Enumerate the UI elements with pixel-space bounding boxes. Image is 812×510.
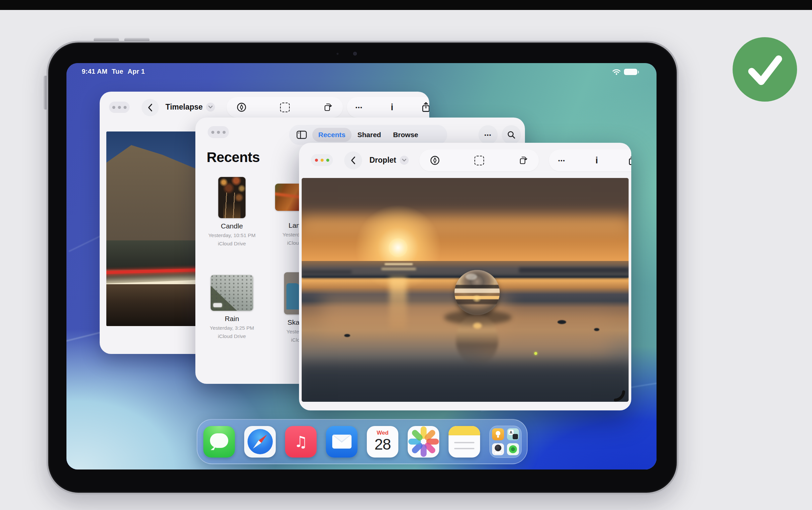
window-controls-active[interactable] <box>311 154 333 166</box>
rotate-button[interactable] <box>518 155 528 166</box>
window-controls-inactive[interactable] <box>109 101 129 113</box>
minimize-window-dot[interactable] <box>321 159 324 162</box>
pebble <box>594 328 599 331</box>
title-chevron-button[interactable] <box>400 156 409 165</box>
file-name: Candle <box>199 222 265 230</box>
more-button[interactable]: ••• <box>355 105 363 110</box>
window-dot <box>211 131 214 134</box>
chevron-down-icon <box>208 106 213 109</box>
share-button[interactable] <box>421 102 429 113</box>
back-button[interactable] <box>344 151 362 169</box>
pebble <box>557 320 566 324</box>
tips-app-icon[interactable] <box>492 428 504 440</box>
file-thumbnail[interactable] <box>218 177 245 218</box>
more-button[interactable]: ••• <box>478 125 498 144</box>
compass-needle-icon <box>252 433 268 450</box>
share-icon <box>628 155 631 166</box>
document-title-menu[interactable]: Droplet <box>370 156 409 165</box>
foreground-shadow <box>302 363 629 402</box>
status-indicators <box>612 68 637 76</box>
dock-app-photos[interactable] <box>408 426 439 457</box>
file-modified: Yesterday, 3:25 PM <box>199 325 265 331</box>
file-thumbnail[interactable] <box>211 275 253 311</box>
more-button[interactable]: ••• <box>558 158 566 163</box>
sphere-sun-spot <box>472 295 482 302</box>
screenshot-canvas: 9:41 AM Tue Apr 1 <box>0 0 812 510</box>
window-controls-inactive[interactable] <box>208 126 229 138</box>
back-button[interactable] <box>142 99 159 116</box>
markup-pen-icon <box>237 102 246 112</box>
document-title-menu[interactable]: Timelapse <box>166 102 215 112</box>
file-item-candle[interactable]: Candle Yesterday, 10:51 PM iCloud Drive <box>199 177 265 247</box>
lens-base <box>494 451 502 454</box>
ipad-screen: 9:41 AM Tue Apr 1 <box>66 63 657 470</box>
file-modified: Yesterday, 10:51 PM <box>199 233 265 238</box>
window-title: Droplet <box>370 156 396 165</box>
ipad-device-frame: 9:41 AM Tue Apr 1 <box>47 41 678 494</box>
search-button[interactable] <box>502 125 521 144</box>
select-button[interactable] <box>280 102 290 112</box>
messages-bubble-icon <box>210 433 228 448</box>
sidebar-toggle-button[interactable] <box>296 130 307 139</box>
wifi-icon <box>612 68 621 76</box>
file-location: iCloud Drive <box>199 333 265 339</box>
mail-envelope-icon <box>332 434 351 449</box>
window-dot <box>124 106 126 109</box>
fitness-app-icon[interactable] <box>507 443 519 455</box>
tab-recents[interactable]: Recents <box>312 128 351 142</box>
sun-sparkle <box>381 268 416 270</box>
ellipsis-icon: ••• <box>355 105 363 110</box>
dock-app-mail[interactable] <box>326 426 357 457</box>
info-icon: i <box>391 103 394 112</box>
activity-ring-icon <box>509 445 517 453</box>
window-droplet: Droplet <box>299 143 631 410</box>
status-date: Apr 1 <box>127 68 145 76</box>
tab-shared[interactable]: Shared <box>351 128 387 142</box>
window-title: Timelapse <box>166 102 203 112</box>
sphere-reflection-sun-spot <box>473 323 482 329</box>
chevron-left-icon <box>147 103 153 112</box>
calendar-day: 28 <box>374 435 391 453</box>
letterbox-bar <box>0 0 812 10</box>
markup-button[interactable] <box>430 155 440 166</box>
markup-button[interactable] <box>237 102 246 112</box>
status-datetime: 9:41 AM Tue Apr 1 <box>82 68 145 76</box>
translate-app-icon[interactable]: A <box>507 428 519 440</box>
info-icon: i <box>596 156 598 165</box>
rotate-icon <box>323 102 333 112</box>
battery-full-icon <box>624 69 637 75</box>
dashed-select-icon <box>474 156 484 166</box>
magnifier-app-icon[interactable] <box>492 443 504 455</box>
close-window-dot[interactable] <box>315 159 318 162</box>
share-button[interactable] <box>628 155 631 166</box>
dashed-select-icon <box>280 102 290 112</box>
droplet-photo <box>302 178 629 402</box>
title-chevron-button[interactable] <box>206 102 215 112</box>
dock-app-messages[interactable] <box>203 426 235 457</box>
orange-cloud-band <box>302 217 629 233</box>
status-time: 9:41 AM <box>82 68 107 76</box>
dock-app-music[interactable]: ♫ <box>285 426 317 457</box>
file-item-rain[interactable]: Rain Yesterday, 3:25 PM iCloud Drive <box>199 275 265 339</box>
share-icon <box>421 102 429 113</box>
edit-tools-group <box>419 149 539 171</box>
lightbulb-icon <box>496 431 500 436</box>
rotate-button[interactable] <box>323 102 333 112</box>
window-resize-handle[interactable] <box>613 389 627 403</box>
dock-app-folder[interactable]: A <box>489 426 522 458</box>
zoom-window-dot[interactable] <box>326 159 329 162</box>
sun-sparkle <box>385 263 413 265</box>
status-weekday: Tue <box>112 68 123 76</box>
front-camera-icon <box>353 52 357 55</box>
dock-app-notes[interactable] <box>448 426 480 457</box>
select-button[interactable] <box>474 156 484 166</box>
tab-browse[interactable]: Browse <box>387 128 424 142</box>
info-button[interactable]: i <box>391 103 394 112</box>
dock-app-safari[interactable] <box>244 426 276 457</box>
info-button[interactable]: i <box>596 156 598 165</box>
dock-app-calendar[interactable]: Wed 28 <box>367 426 398 457</box>
window-actions-group: ••• i <box>347 97 429 118</box>
glass-sphere <box>455 270 500 315</box>
window-dot <box>217 131 220 134</box>
green-speck <box>534 352 537 355</box>
